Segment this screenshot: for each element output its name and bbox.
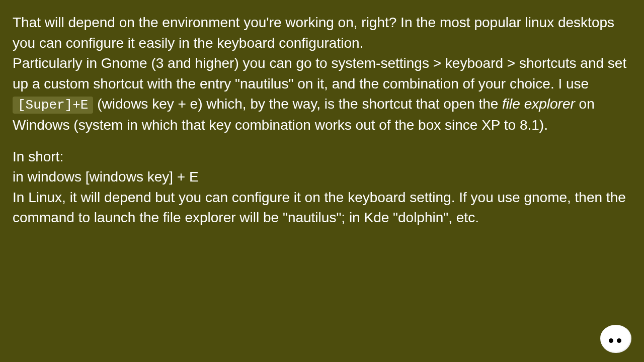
text-after-code: (widows key + e) which, by the way, is t… bbox=[93, 96, 502, 112]
text-intro: That will depend on the environment you'… bbox=[13, 15, 614, 51]
paragraph-2: In short: in windows [windows key] + E I… bbox=[13, 147, 631, 228]
avatar-icon bbox=[600, 325, 631, 353]
text-in-short: In short: bbox=[13, 149, 63, 164]
avatar-eye-left bbox=[609, 338, 613, 343]
text-gnome-intro: Particularly in Gnome (3 and higher) you… bbox=[13, 55, 626, 92]
code-shortcut: [Super]+E bbox=[13, 97, 93, 114]
text-windows-shortcut: in windows [windows key] + E bbox=[13, 169, 199, 185]
text-file-explorer: file explorer bbox=[502, 96, 575, 112]
text-linux-summary: In Linux, it will depend but you can con… bbox=[13, 190, 626, 226]
avatar-eye-right bbox=[617, 338, 621, 343]
paragraph-1: That will depend on the environment you'… bbox=[13, 13, 631, 136]
